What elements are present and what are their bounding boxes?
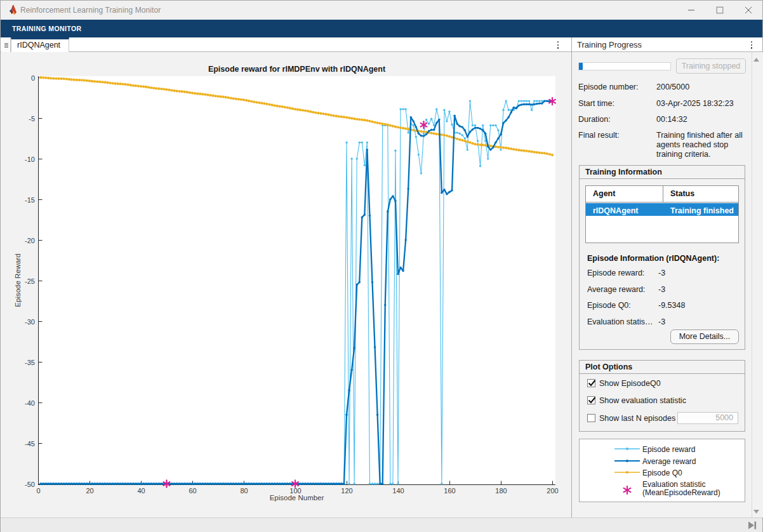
info-value: Training finished after all agents reach… [656, 131, 752, 159]
info-label: Final result: [578, 131, 620, 140]
svg-text:140: 140 [392, 487, 404, 495]
svg-text:-10: -10 [25, 156, 35, 163]
ribbon-bar: TRAINING MONITOR [1, 20, 762, 37]
info-label: Duration: [578, 115, 611, 124]
info-value: 200/5000 [656, 83, 752, 92]
episode-info-label: Episode reward: [587, 269, 644, 277]
maximize-icon [716, 7, 723, 14]
episode-info-row: Evaluation statis…-3 [587, 317, 740, 326]
column-header-agent: Agent [586, 186, 663, 202]
legend-label: Evaluation statistic(MeanEpisodeReward) [642, 481, 720, 498]
app-window: Reinforcement Learning Training Monitor … [0, 0, 763, 532]
chart-legend: Episode rewardAverage rewardEpisode Q0Ev… [579, 439, 745, 502]
episode-information-title: Episode Information (rIDQNAgent): [587, 254, 719, 263]
grip-icon [4, 43, 8, 49]
legend-marker-line-icon [614, 458, 640, 464]
last-n-episodes-input[interactable]: 5000 [677, 412, 738, 424]
training-information-title: Training Information [580, 166, 745, 179]
matlab-logo-icon [10, 4, 17, 15]
svg-text:-20: -20 [25, 237, 35, 244]
panel-menu-button[interactable] [751, 41, 753, 50]
episode-info-row: Episode Q0:-9.5348 [587, 301, 740, 310]
more-details-button[interactable]: More Details... [670, 329, 739, 344]
progress-fill [579, 63, 583, 70]
training-stopped-button[interactable]: Training stopped [676, 58, 746, 74]
legend-label: Average reward [642, 458, 696, 467]
svg-text:-5: -5 [29, 115, 35, 123]
plot-document: Episode reward for rIMDPEnv with rIDQNAg… [1, 52, 571, 517]
training-progress-bar [578, 62, 671, 70]
svg-text:80: 80 [240, 487, 248, 495]
checkbox-label: Show last N episodes [599, 414, 675, 423]
svg-text:120: 120 [341, 487, 352, 495]
svg-text:-40: -40 [25, 399, 35, 407]
training-information-group: Training Information Agent Status rIDQNA… [579, 165, 745, 350]
episode-info-value: -9.5348 [658, 301, 685, 310]
legend-label: Episode Q0 [642, 469, 682, 478]
title-bar: Reinforcement Learning Training Monitor [1, 1, 762, 20]
bottom-status-strip [1, 517, 762, 532]
status-cell: Training finished [663, 203, 738, 216]
scroll-up-icon[interactable] [753, 58, 759, 62]
kebab-icon [751, 41, 752, 43]
svg-text:160: 160 [444, 487, 455, 495]
column-header-status: Status [663, 186, 738, 202]
table-row[interactable]: rIDQNAgent Training finished [586, 203, 738, 216]
svg-text:40: 40 [137, 487, 145, 495]
svg-text:180: 180 [495, 487, 507, 495]
svg-text:60: 60 [189, 487, 196, 495]
svg-text:-50: -50 [25, 481, 35, 488]
svg-text:0: 0 [36, 487, 40, 495]
checkbox-label: Show evaluation statistic [599, 396, 686, 405]
svg-text:200: 200 [547, 487, 558, 495]
checkbox-label: Show EpisodeQ0 [599, 379, 661, 388]
svg-text:Episode reward for rIMDPEnv wi: Episode reward for rIMDPEnv with rIDQNAg… [208, 65, 386, 74]
episode-info-value: -3 [658, 269, 665, 277]
panel-title: Training Progress [577, 40, 642, 50]
svg-text:Episode Number: Episode Number [270, 494, 324, 502]
plot-options-title: Plot Options [580, 361, 745, 374]
info-value: 03-Apr-2025 18:32:23 [656, 99, 752, 109]
episode-info-label: Average reward: [587, 285, 646, 294]
maximize-button[interactable] [705, 1, 734, 20]
skip-to-end-icon[interactable] [748, 521, 757, 529]
svg-text:-30: -30 [25, 318, 35, 326]
tab-grip-button[interactable] [1, 38, 11, 52]
header-strip: rIDQNAgent Training Progress [1, 37, 762, 52]
episode-info-value: -3 [658, 285, 665, 294]
episode-info-row: Episode reward:-3 [587, 269, 740, 277]
ribbon-tab-training-monitor[interactable]: TRAINING MONITOR [12, 25, 81, 32]
minimize-button[interactable] [677, 1, 705, 20]
info-label: Episode number: [578, 83, 639, 91]
table-header: Agent Status [586, 186, 738, 203]
episode-info-row: Average reward:-3 [587, 285, 740, 294]
agent-status-table[interactable]: Agent Status rIDQNAgent Training finishe… [585, 185, 739, 243]
window-title: Reinforcement Learning Training Monitor [20, 6, 161, 15]
svg-text:20: 20 [86, 487, 93, 495]
svg-text:-45: -45 [25, 440, 35, 448]
svg-text:-25: -25 [25, 277, 35, 285]
scroll-down-icon[interactable] [753, 510, 759, 514]
svg-text:Episode Reward: Episode Reward [14, 253, 22, 307]
legend-marker-asterisk-icon [614, 484, 640, 496]
agent-cell: rIDQNAgent [586, 203, 663, 216]
svg-text:0: 0 [31, 74, 35, 82]
training-chart[interactable]: Episode reward for rIMDPEnv with rIDQNAg… [1, 52, 571, 517]
legend-marker-line-icon [614, 469, 640, 475]
legend-marker-line-icon [614, 446, 640, 452]
document-menu-button[interactable] [557, 41, 559, 50]
checkbox-unchecked-icon[interactable] [587, 414, 595, 422]
svg-text:-15: -15 [25, 196, 35, 204]
close-button[interactable] [734, 1, 762, 20]
minimize-icon [687, 7, 694, 14]
legend-label: Episode reward [642, 446, 695, 455]
checkbox-checked-icon[interactable] [587, 396, 595, 404]
info-label: Start time: [578, 99, 614, 108]
svg-text:-35: -35 [25, 359, 35, 366]
episode-info-value: -3 [658, 317, 665, 326]
scrollbar-track [752, 52, 752, 517]
tab-rldqnagent[interactable]: rIDQNAgent [11, 37, 69, 52]
checkbox-checked-icon[interactable] [587, 379, 595, 387]
episode-info-label: Evaluation statis… [587, 317, 653, 326]
close-icon [745, 7, 752, 14]
